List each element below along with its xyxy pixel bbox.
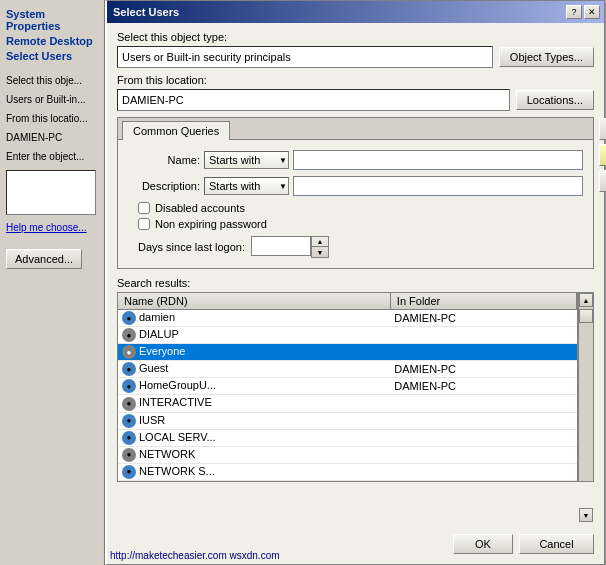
search-results-label: Search results: <box>117 277 594 289</box>
cell-name: ●INTERACTIVE <box>118 395 390 412</box>
cell-folder <box>390 395 576 412</box>
col-name[interactable]: Name (RDN) <box>118 293 390 310</box>
columns-button[interactable]: Columns... <box>599 118 606 140</box>
left-location-section: From this locatio... <box>6 113 98 124</box>
table-row[interactable]: ●damienDAMIEN-PC <box>118 310 577 327</box>
left-location-value: DAMIEN-PC <box>6 132 98 143</box>
titlebar: Select Users ? ✕ <box>107 1 604 23</box>
left-object-input[interactable] <box>6 170 96 215</box>
cell-name: ●IUSR <box>118 412 390 429</box>
search-results-section: Search results: Name (RDN) In Folder ●da… <box>107 277 604 490</box>
name-condition-select[interactable]: Starts with Is exactly Ends with <box>204 151 289 169</box>
cell-folder <box>390 463 576 480</box>
location-row: DAMIEN-PC Locations... <box>117 89 594 111</box>
stop-button[interactable]: Stop <box>599 170 606 192</box>
help-titlebar-btn[interactable]: ? <box>566 5 582 19</box>
ok-button[interactable]: OK <box>453 534 513 554</box>
table-row[interactable]: ●IUSR <box>118 412 577 429</box>
remote-desktop-label: Remote Desktop <box>6 35 98 47</box>
scrollbar-down[interactable]: ▼ <box>579 508 593 522</box>
description-text-input[interactable] <box>293 176 583 196</box>
find-now-button[interactable]: Find Now <box>599 144 606 166</box>
scrollbar-thumb[interactable] <box>579 309 593 323</box>
name-text-input[interactable] <box>293 150 583 170</box>
cell-name: ●damien <box>118 310 390 327</box>
results-data-table: Name (RDN) In Folder ●damienDAMIEN-PC●DI… <box>118 293 577 481</box>
description-row: Description: Starts with Is exactly Ends… <box>128 176 583 196</box>
non-expiring-checkbox[interactable] <box>138 218 150 230</box>
results-table[interactable]: Name (RDN) In Folder ●damienDAMIEN-PC●DI… <box>117 292 578 482</box>
row-icon: ● <box>122 465 136 479</box>
scrollbar-up[interactable]: ▲ <box>579 293 593 307</box>
left-object-type: Select this obje... <box>6 75 98 86</box>
cell-name: ●NETWORK <box>118 446 390 463</box>
cell-name: ●HomeGroupU... <box>118 378 390 395</box>
non-expiring-label: Non expiring password <box>155 218 267 230</box>
table-row[interactable]: ●LOCAL SERV... <box>118 429 577 446</box>
row-icon: ● <box>122 397 136 411</box>
location-label: From this location: <box>117 74 594 86</box>
days-up-btn[interactable]: ▲ <box>312 237 328 247</box>
days-label: Days since last logon: <box>138 241 245 253</box>
table-row[interactable]: ●HomeGroupU...DAMIEN-PC <box>118 378 577 395</box>
row-icon: ● <box>122 448 136 462</box>
disabled-accounts-label: Disabled accounts <box>155 202 245 214</box>
tab-container: Common Queries Name: Starts with Is exac… <box>117 117 594 269</box>
results-scrollbar[interactable]: ▲ ▼ <box>578 292 594 482</box>
watermark: http://maketecheasier.com wsxdn.com <box>110 550 280 561</box>
cell-folder <box>390 446 576 463</box>
cell-folder: DAMIEN-PC <box>390 378 576 395</box>
cell-folder <box>390 344 576 361</box>
cell-folder <box>390 429 576 446</box>
cell-folder: DAMIEN-PC <box>390 310 576 327</box>
table-row[interactable]: ●GuestDAMIEN-PC <box>118 361 577 378</box>
description-label: Description: <box>128 180 200 192</box>
days-spinner[interactable]: ▲ ▼ <box>311 236 329 258</box>
dialog-body: Select this object type: Users or Built-… <box>107 23 604 277</box>
cell-folder <box>390 412 576 429</box>
name-row: Name: Starts with Is exactly Ends with ▼ <box>128 150 583 170</box>
description-condition-container: Starts with Is exactly Ends with ▼ <box>204 177 289 195</box>
tab-common-queries[interactable]: Common Queries <box>122 121 230 140</box>
col-folder[interactable]: In Folder <box>390 293 576 310</box>
days-input[interactable] <box>251 236 311 256</box>
disabled-accounts-row: Disabled accounts <box>138 202 583 214</box>
object-type-value: Users or Built-in security principals <box>117 46 493 68</box>
titlebar-buttons: ? ✕ <box>566 5 600 19</box>
row-icon: ● <box>122 362 136 376</box>
cell-name: ●LOCAL SERV... <box>118 429 390 446</box>
name-condition-container: Starts with Is exactly Ends with ▼ <box>204 151 289 169</box>
cancel-button[interactable]: Cancel <box>519 534 594 554</box>
left-enter-object: Enter the object... <box>6 151 98 162</box>
days-row: Days since last logon: ▲ ▼ <box>138 236 583 258</box>
row-icon: ● <box>122 311 136 325</box>
dialog-title: Select Users <box>111 6 179 18</box>
table-row[interactable]: ●DIALUP <box>118 327 577 344</box>
days-input-container: ▲ ▼ <box>251 236 329 258</box>
cell-name: ●Everyone <box>118 344 390 361</box>
row-icon: ● <box>122 345 136 359</box>
days-down-btn[interactable]: ▼ <box>312 247 328 257</box>
locations-button[interactable]: Locations... <box>516 90 594 110</box>
disabled-accounts-checkbox[interactable] <box>138 202 150 214</box>
row-icon: ● <box>122 379 136 393</box>
table-row[interactable]: ●Everyone <box>118 344 577 361</box>
table-row[interactable]: ●NETWORK S... <box>118 463 577 480</box>
right-buttons-area: Columns... Find Now Stop <box>599 118 606 192</box>
select-users-dialog: Select Users ? ✕ Select this object type… <box>105 0 605 565</box>
row-icon: ● <box>122 414 136 428</box>
cell-name: ●DIALUP <box>118 327 390 344</box>
table-row[interactable]: ●NETWORK <box>118 446 577 463</box>
cell-name: ●Guest <box>118 361 390 378</box>
object-types-button[interactable]: Object Types... <box>499 47 594 67</box>
object-type-row: Users or Built-in security principals Ob… <box>117 46 594 68</box>
description-condition-select[interactable]: Starts with Is exactly Ends with <box>204 177 289 195</box>
bottom-buttons: OK Cancel <box>453 534 594 554</box>
close-titlebar-btn[interactable]: ✕ <box>584 5 600 19</box>
advanced-button[interactable]: Advanced... <box>6 249 82 269</box>
left-panel: System Properties Remote Desktop Select … <box>0 0 105 565</box>
cell-folder <box>390 327 576 344</box>
non-expiring-row: Non expiring password <box>138 218 583 230</box>
table-row[interactable]: ●INTERACTIVE <box>118 395 577 412</box>
help-link[interactable]: Help me choose... <box>6 222 87 233</box>
